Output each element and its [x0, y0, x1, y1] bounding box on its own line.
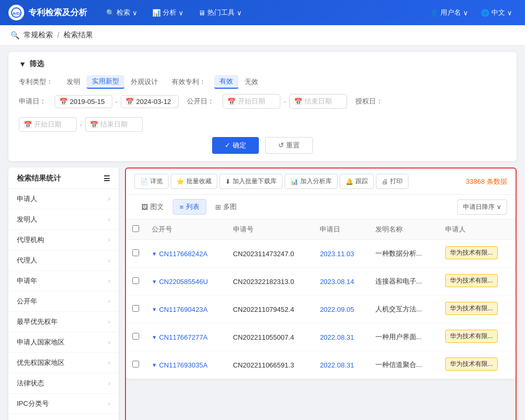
applicant-tag-3[interactable]: 华为技术有限...: [445, 330, 498, 343]
sidebar-item-agent[interactable]: 代理人 ›: [8, 250, 119, 271]
type-invention[interactable]: 发明: [61, 76, 86, 88]
pub-no-link-3[interactable]: ▼ CN117667277A: [152, 333, 220, 341]
chevron-right-icon: ›: [108, 195, 110, 203]
user-menu[interactable]: 👤 用户名 ∨: [426, 6, 472, 19]
applicant-tag-2[interactable]: 华为技术有限...: [445, 302, 498, 315]
sidebar-item-pub-year[interactable]: 公开年 ›: [8, 291, 119, 312]
cell-app-no-0: CN202311473247.0: [227, 240, 314, 268]
filter-title: ▼ 筛选: [19, 59, 506, 69]
reset-button[interactable]: ↺ 重置: [265, 137, 313, 154]
filter-icon: ▼: [19, 60, 26, 68]
pub-date-end-input[interactable]: 📅 结束日期: [289, 94, 347, 109]
apply-date-end-input[interactable]: 📅 2024-03-12: [121, 95, 178, 108]
chevron-right-icon-3: ›: [108, 236, 110, 244]
row-checkbox-cell: [126, 323, 145, 351]
cell-pub-no-3: ▼ CN117667277A: [145, 323, 227, 351]
tab-list[interactable]: ≡ 列表: [173, 199, 206, 215]
expand-icon-1: ▼: [152, 279, 157, 285]
nav-hot-tools[interactable]: 🖥 热门工具 ∨: [192, 5, 248, 20]
print-button[interactable]: 🖨 打印: [376, 174, 408, 189]
add-analysis-button[interactable]: 📊 加入分析库: [285, 174, 338, 189]
sidebar-item-apply-year[interactable]: 申请年 ›: [8, 271, 119, 291]
globe-icon: 🌐: [481, 9, 489, 17]
sidebar-item-legal-status[interactable]: 法律状态 ›: [8, 373, 119, 394]
filter-actions: ✓ 确定 ↺ 重置: [19, 137, 506, 154]
add-analysis-icon: 📊: [290, 178, 298, 185]
type-design[interactable]: 外观设计: [125, 76, 163, 88]
tab-multi-image[interactable]: ⊞ 多图: [208, 199, 244, 215]
row-checkbox-3[interactable]: [132, 333, 139, 340]
sidebar: 检索结果统计 ☰ 申请人 › 发明人 › 代理机构 › 代理人 › 申请年 › …: [8, 167, 119, 420]
table-header-row: 公开号 申请号 申请日 发明名称 申请人: [126, 219, 516, 240]
sidebar-item-agency[interactable]: 代理机构 ›: [8, 230, 119, 250]
detail-button[interactable]: 📄 详览: [134, 174, 169, 189]
pub-no-link-4[interactable]: ▼ CN117693035A: [152, 361, 220, 369]
grant-date-range: 📅 开始日期 - 📅 结束日期: [19, 117, 143, 132]
grant-date-end-input[interactable]: 📅 结束日期: [85, 117, 143, 132]
pub-date-start-input[interactable]: 📅 开始日期: [223, 94, 280, 109]
date-sep-2: -: [284, 98, 286, 106]
row-checkbox-1[interactable]: [132, 277, 139, 284]
sidebar-item-applicant-country[interactable]: 申请人国家地区 ›: [8, 332, 119, 353]
batch-download-button[interactable]: ⬇ 加入批量下载库: [219, 174, 282, 189]
row-checkbox-4[interactable]: [132, 361, 139, 368]
applicant-tag-0[interactable]: 华为技术有限...: [445, 246, 498, 259]
cell-applicant-1: 华为技术有限...: [439, 268, 516, 296]
chevron-down-icon: ∨: [132, 9, 138, 17]
batch-collect-button[interactable]: ⭐ 批量收藏: [171, 174, 217, 189]
track-icon: 🔔: [345, 178, 353, 185]
table-row: ▼ CN117693035A CN202211066591.3 2022.08.…: [126, 351, 516, 379]
language-menu[interactable]: 🌐 中文 ∨: [477, 6, 517, 19]
track-button[interactable]: 🔔 跟踪: [340, 174, 374, 189]
app-logo[interactable]: AiD 专利检索及分析: [8, 5, 87, 20]
applicant-tag-1[interactable]: 华为技术有限...: [445, 274, 498, 287]
cell-app-no-1: CN202322182313.0: [227, 268, 314, 296]
breadcrumb-home[interactable]: 常规检索: [24, 30, 53, 40]
calendar-icon-5: 📅: [24, 121, 32, 129]
row-checkbox-0[interactable]: [132, 249, 139, 256]
sidebar-item-applicant[interactable]: 申请人 ›: [8, 189, 119, 209]
pub-no-link-0[interactable]: ▼ CN117668242A: [152, 250, 220, 258]
calendar-icon-6: 📅: [90, 121, 98, 129]
grant-date-start-input[interactable]: 📅 开始日期: [19, 117, 77, 132]
cell-app-no-2: CN202211079452.4: [227, 296, 314, 323]
pub-no-link-2[interactable]: ▼ CN117690423A: [152, 306, 220, 313]
nav-search[interactable]: 🔍 检索 ∨: [100, 5, 144, 20]
col-applicant: 申请人: [439, 219, 516, 240]
applicant-tag-4[interactable]: 华为技术有限...: [445, 358, 498, 371]
apply-date-start-input[interactable]: 📅 2019-05-15: [55, 95, 112, 108]
filter-date-row: 申请日： 📅 2019-05-15 - 📅 2024-03-12 公开日： 📅 …: [19, 94, 506, 132]
cell-pub-no-0: ▼ CN117668242A: [145, 240, 227, 268]
sidebar-item-cpc[interactable]: CPC分类号 ›: [8, 414, 119, 420]
results-toolbar: 📄 详览 ⭐ 批量收藏 ⬇ 加入批量下载库 📊 加入分析库: [126, 169, 516, 195]
select-all-checkbox[interactable]: [132, 225, 139, 232]
checkbox-col-header: [126, 219, 145, 240]
pub-no-link-1[interactable]: ▼ CN220585546U: [152, 278, 220, 286]
tab-image-text[interactable]: 🖼 图文: [134, 199, 171, 215]
confirm-button[interactable]: ✓ 确定: [212, 137, 259, 154]
table-row: ▼ CN117668242A CN202311473247.0 2023.11.…: [126, 240, 516, 268]
sort-dropdown[interactable]: 申请日降序 ∨: [457, 200, 507, 215]
chevron-right-icon-9: ›: [108, 359, 110, 366]
results-inner: 📄 详览 ⭐ 批量收藏 ⬇ 加入批量下载库 📊 加入分析库: [126, 169, 516, 379]
expand-icon-0: ▼: [152, 251, 157, 257]
nav-analysis[interactable]: 📊 分析 ∨: [146, 5, 190, 20]
calendar-icon-2: 📅: [125, 98, 134, 106]
sidebar-item-inventor[interactable]: 发明人 ›: [8, 209, 119, 230]
row-checkbox-cell: [126, 351, 145, 379]
table-row: ▼ CN117690423A CN202211079452.4 2022.09.…: [126, 296, 516, 323]
sidebar-item-ipc[interactable]: IPC分类号 ›: [8, 394, 119, 414]
row-checkbox-2[interactable]: [132, 305, 139, 312]
cell-app-date-1: 2023.08.14: [313, 268, 369, 296]
list-view-icon: ≡: [180, 203, 184, 211]
view-tabs-bar: 🖼 图文 ≡ 列表 ⊞ 多图 申请日降序 ∨: [126, 195, 516, 219]
valid-yes[interactable]: 有效: [214, 75, 238, 89]
image-text-icon: 🖼: [141, 203, 148, 211]
sidebar-item-priority-country[interactable]: 优先权国家地区 ›: [8, 353, 119, 373]
type-utility[interactable]: 实用新型: [87, 75, 124, 89]
chevron-down-icon-2: ∨: [178, 9, 184, 17]
sidebar-item-priority-year[interactable]: 最早优先权年 ›: [8, 312, 119, 332]
sidebar-filter-icon[interactable]: ☰: [103, 174, 110, 183]
cell-title-4: 一种信道聚合...: [369, 351, 439, 379]
valid-no[interactable]: 无效: [239, 76, 264, 88]
